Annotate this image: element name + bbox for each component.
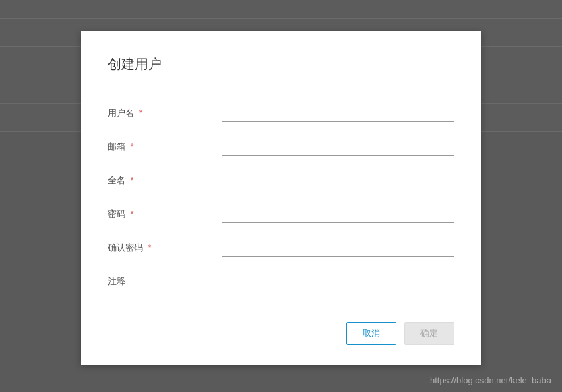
cancel-button[interactable]: 取消 [346,322,396,345]
label-confirm-password: 确认密码 * [108,242,222,257]
input-fullname[interactable] [222,173,454,189]
create-user-modal: 创建用户 用户名 * 邮箱 * 全名 * 密码 * 确认密码 * [81,31,481,365]
form-row-confirm-password: 确认密码 * [108,240,454,257]
label-email: 邮箱 * [108,141,222,156]
watermark-text: https://blog.csdn.net/kele_baba [430,375,551,385]
required-marker: * [131,176,134,185]
form-row-comment: 注释 [108,274,454,290]
label-comment: 注释 [108,275,222,290]
input-password[interactable] [222,207,454,223]
input-comment[interactable] [222,274,454,290]
modal-title: 创建用户 [108,55,454,73]
form-row-fullname: 全名 * [108,173,454,189]
required-marker: * [148,243,152,253]
form-row-username: 用户名 * [108,106,454,122]
required-marker: * [131,142,134,152]
required-marker: * [139,108,143,118]
label-username: 用户名 * [108,107,222,122]
label-fullname: 全名 * [108,174,222,189]
form-row-password: 密码 * [108,207,454,223]
input-email[interactable] [222,139,454,156]
label-password: 密码 * [108,208,222,223]
input-confirm-password[interactable] [222,240,454,257]
required-marker: * [131,209,134,219]
input-username[interactable] [222,106,454,122]
modal-footer: 取消 确定 [108,308,454,345]
form-row-email: 邮箱 * [108,139,454,156]
confirm-button[interactable]: 确定 [404,322,454,345]
